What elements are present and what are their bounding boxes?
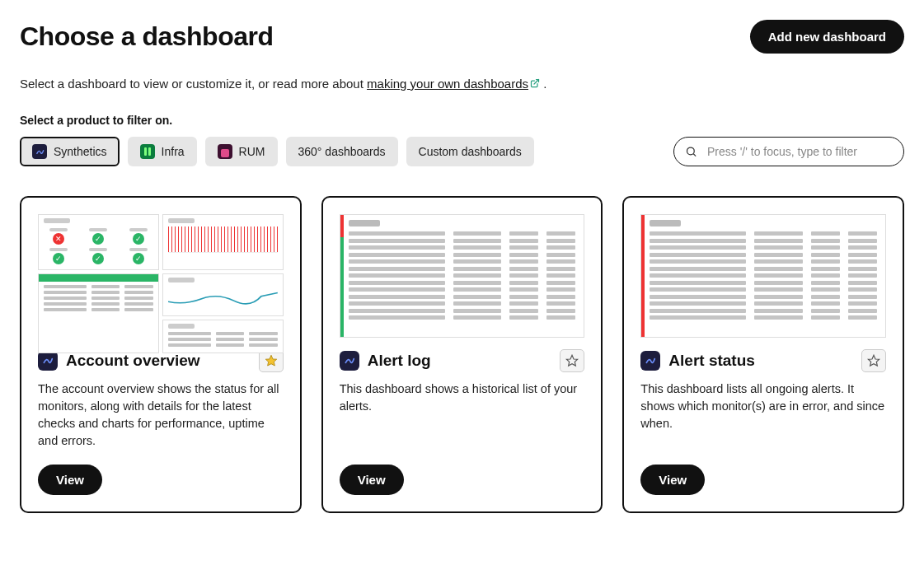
- card-preview: ✕ ✓ ✓ ✓ ✓ ✓: [38, 214, 284, 338]
- filter-360-dashboards[interactable]: 360° dashboards: [286, 137, 398, 166]
- filter-label-text: 360° dashboards: [298, 145, 386, 158]
- dashboard-card-account-overview: ✕ ✓ ✓ ✓ ✓ ✓: [20, 196, 302, 513]
- page-subtitle: Select a dashboard to view or customize …: [20, 77, 904, 91]
- svg-marker-3: [265, 355, 276, 366]
- synthetics-app-icon: [640, 351, 660, 371]
- filter-synthetics[interactable]: Synthetics: [20, 137, 120, 166]
- synthetics-app-icon: [38, 351, 58, 371]
- dashboard-card-alert-status: Alert status This dashboard lists all on…: [622, 196, 904, 513]
- filter-label-text: RUM: [239, 145, 265, 158]
- search-input[interactable]: [673, 137, 904, 166]
- synthetics-app-icon: [340, 351, 359, 371]
- subtitle-suffix: .: [543, 77, 546, 91]
- star-icon: [867, 354, 880, 367]
- filter-label-text: Custom dashboards: [419, 145, 522, 158]
- synthetics-icon: [32, 144, 47, 159]
- card-description: This dashboard shows a historical list o…: [340, 381, 585, 450]
- add-new-dashboard-button[interactable]: Add new dashboard: [750, 20, 904, 54]
- dashboard-card-alert-log: Alert log This dashboard shows a histori…: [321, 196, 603, 513]
- rum-icon: [218, 144, 232, 159]
- svg-line-0: [534, 80, 539, 85]
- filter-infra[interactable]: Infra: [128, 137, 197, 166]
- filter-rum[interactable]: RUM: [205, 137, 278, 166]
- dashboard-cards: ✕ ✓ ✓ ✓ ✓ ✓: [20, 196, 904, 513]
- filter-label-text: Infra: [162, 145, 185, 158]
- filter-label-text: Synthetics: [54, 145, 107, 158]
- card-description: This dashboard lists all ongoing alerts.…: [640, 381, 886, 450]
- card-preview: [640, 214, 886, 338]
- view-button[interactable]: View: [640, 465, 705, 495]
- svg-marker-5: [868, 355, 879, 366]
- subtitle-text: Select a dashboard to view or customize …: [20, 77, 367, 91]
- card-title: Alert log: [368, 352, 552, 370]
- star-icon: [265, 354, 278, 367]
- favorite-button[interactable]: [861, 349, 886, 372]
- card-description: The account overview shows the status fo…: [38, 381, 284, 450]
- filter-custom-dashboards[interactable]: Custom dashboards: [406, 137, 534, 166]
- view-button[interactable]: View: [38, 465, 102, 495]
- infra-icon: [140, 144, 155, 159]
- filter-row: Synthetics Infra RUM 360° dashboards Cus…: [20, 137, 904, 166]
- making-dashboards-link[interactable]: making your own dashboards: [367, 77, 540, 91]
- favorite-button[interactable]: [560, 349, 584, 372]
- page-title: Choose a dashboard: [20, 21, 274, 52]
- card-preview: [340, 214, 585, 338]
- card-title: Alert status: [668, 352, 853, 370]
- external-link-icon: [530, 78, 540, 91]
- card-title: Account overview: [66, 352, 251, 370]
- star-icon: [565, 354, 579, 367]
- view-button[interactable]: View: [340, 465, 404, 495]
- filter-section-label: Select a product to filter on.: [20, 114, 904, 127]
- svg-marker-4: [567, 355, 578, 366]
